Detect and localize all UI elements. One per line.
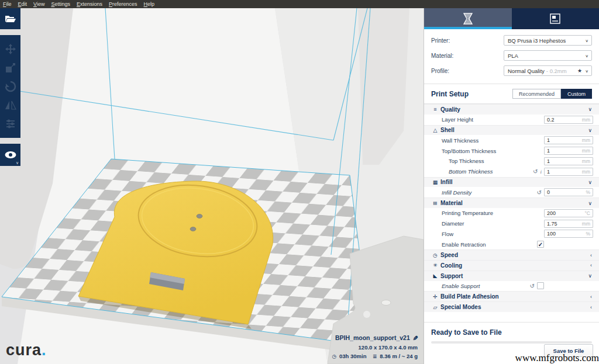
input-layer-height[interactable]: 0.2mm (544, 116, 593, 124)
input-top-thickness[interactable]: 1mm (544, 157, 593, 165)
open-file-button[interactable] (0, 8, 20, 29)
setting-wall-thickness[interactable]: Wall Thickness1mm (424, 135, 599, 145)
tool-group (0, 35, 20, 138)
view-mode-button[interactable]: ∨ (0, 144, 20, 166)
setting-label: Wall Thickness (431, 137, 478, 144)
rotate-tool-icon[interactable] (4, 79, 18, 94)
input-top-bottom-thickness[interactable]: 1mm (544, 147, 593, 155)
scale-tool-icon[interactable] (4, 60, 18, 75)
mode-custom[interactable]: Custom (561, 89, 592, 99)
menu-preferences[interactable]: Preferences (109, 0, 137, 8)
setting-label: Layer Height (431, 116, 473, 123)
section-label: Special Modes (440, 304, 481, 310)
setting-label: Flow (431, 231, 453, 237)
tab-prepare[interactable] (424, 8, 512, 29)
section-infill[interactable]: ▦Infill∨ (424, 177, 599, 188)
value: 1 (545, 169, 550, 175)
input-flow[interactable]: 100% (544, 230, 593, 238)
input-diameter[interactable]: 1.75mm (544, 220, 593, 228)
value: 100 (545, 231, 556, 237)
section-label: Infill (440, 179, 453, 185)
value: 200 (545, 210, 556, 216)
section-shell[interactable]: △Shell∨ (424, 125, 599, 136)
model-hole-1 (197, 214, 202, 219)
section-build-plate-adhesion[interactable]: ✛Build Plate Adhesion‹ (424, 291, 599, 301)
star-icon[interactable]: ★ (577, 68, 582, 74)
info-icon[interactable]: i (540, 169, 542, 175)
tab-monitor[interactable] (512, 8, 599, 29)
value: 0 (545, 189, 550, 195)
input-bottom-thickness[interactable]: 1mm (544, 168, 593, 176)
rename-icon[interactable]: ✎ (411, 335, 419, 341)
revert-icon[interactable]: ↺ (533, 168, 538, 175)
section-quality[interactable]: ≡Quality∨ (424, 104, 599, 115)
settings-list: ≡Quality∨Layer Height0.2mm△Shell∨Wall Th… (424, 103, 599, 322)
unit-label: mm (582, 221, 590, 227)
section-support[interactable]: ◣Support∨ (424, 271, 599, 281)
material-label: Material: (431, 53, 504, 59)
setting-label: Enable Support (431, 283, 480, 289)
menu-extensions[interactable]: Extensions (77, 0, 102, 8)
machine-selection: Printer: BQ Prusa i3 Hephestos ∨ Materia… (424, 29, 599, 84)
input-wall-thickness[interactable]: 1mm (544, 136, 593, 144)
print-time: 03h 30min (339, 353, 366, 359)
input-printing-temperature[interactable]: 200°C (544, 209, 593, 217)
input-infill-density[interactable]: 0% (544, 188, 593, 196)
section-material[interactable]: ≣Material∨ (424, 197, 599, 208)
menu-file[interactable]: File (3, 0, 12, 8)
unit-label: °C (584, 210, 590, 216)
move-tool-icon[interactable] (4, 41, 18, 57)
setting-top-bottom-thickness[interactable]: Top/Bottom Thickness1mm (424, 145, 599, 156)
menu-edit[interactable]: Edit (18, 0, 27, 8)
model-info: BPIH_moon_support_v21✎ 120.0 x 170.0 x 4… (332, 334, 418, 359)
setting-diameter[interactable]: Diameter1.75mm (424, 219, 599, 229)
model-hole-2 (190, 227, 196, 231)
setting-label: Printing Temperature (431, 210, 493, 216)
setting-top-thickness[interactable]: Top Thickness1mm (424, 156, 599, 167)
setting-enable-support[interactable]: Enable Support↺ (424, 281, 599, 292)
chevron-down-icon: ∨ (588, 273, 592, 279)
revert-icon[interactable]: ↺ (537, 189, 542, 196)
chevron-down-icon: ∨ (585, 53, 588, 57)
mode-recommended[interactable]: Recommended (512, 89, 561, 99)
progress-bar (431, 341, 592, 344)
settings-panel: Printer: BQ Prusa i3 Hephestos ∨ Materia… (424, 8, 599, 364)
unit-label: % (586, 231, 590, 237)
viewport-3d[interactable]: BPIH_moon_support_v21✎ 120.0 x 170.0 x 4… (0, 8, 424, 364)
material-icon: ≣ (432, 199, 438, 207)
build-plate-scene (0, 8, 424, 364)
chevron-collapsed-icon: ‹ (590, 294, 592, 300)
section-speed[interactable]: ◷Speed‹ (424, 249, 599, 260)
chevron-collapsed-icon: ‹ (590, 262, 592, 268)
setting-enable-retraction[interactable]: Enable Retraction✓ (424, 239, 599, 249)
status-text: Ready to Save to File (431, 328, 592, 337)
profile-dropdown[interactable]: Normal Quality - 0.2mm ★ ∨ (504, 65, 592, 76)
section-label: Support (440, 273, 463, 279)
setting-label: Diameter (431, 220, 464, 227)
monitor-icon (549, 13, 561, 25)
mirror-tool-icon[interactable] (4, 98, 18, 113)
setting-infill-density[interactable]: Infill Density↺0% (424, 187, 599, 197)
menu-settings[interactable]: Settings (51, 0, 70, 8)
setting-flow[interactable]: Flow100% (424, 229, 599, 240)
menu-help[interactable]: Help (144, 0, 155, 8)
setting-label: Enable Retraction (431, 241, 486, 248)
section-cooling[interactable]: ✳Cooling‹ (424, 260, 599, 271)
menu-view[interactable]: View (33, 0, 44, 8)
setting-printing-temperature[interactable]: Printing Temperature200°C (424, 208, 599, 219)
checkbox-enable-retraction[interactable]: ✓ (537, 241, 544, 248)
per-model-settings-tool-icon[interactable] (4, 116, 18, 131)
model-dimensions: 120.0 x 170.0 x 4.0 mm (332, 344, 418, 351)
setting-label: Infill Density (431, 189, 471, 196)
printer-dropdown[interactable]: BQ Prusa i3 Hephestos ∨ (504, 35, 592, 46)
revert-icon[interactable]: ↺ (530, 283, 535, 289)
section-special-modes[interactable]: ▱Special Modes‹ (424, 301, 599, 312)
setting-bottom-thickness[interactable]: Bottom Thickness↺i1mm (424, 167, 599, 177)
print-setup-title: Print Setup (431, 90, 469, 98)
checkbox-enable-support[interactable] (537, 282, 544, 289)
material-dropdown[interactable]: PLA ∨ (504, 50, 592, 61)
section-label: Material (440, 200, 463, 206)
chevron-collapsed-icon: ‹ (590, 304, 592, 310)
setting-layer-height[interactable]: Layer Height0.2mm (424, 115, 599, 125)
quality-icon: ≡ (431, 106, 439, 112)
